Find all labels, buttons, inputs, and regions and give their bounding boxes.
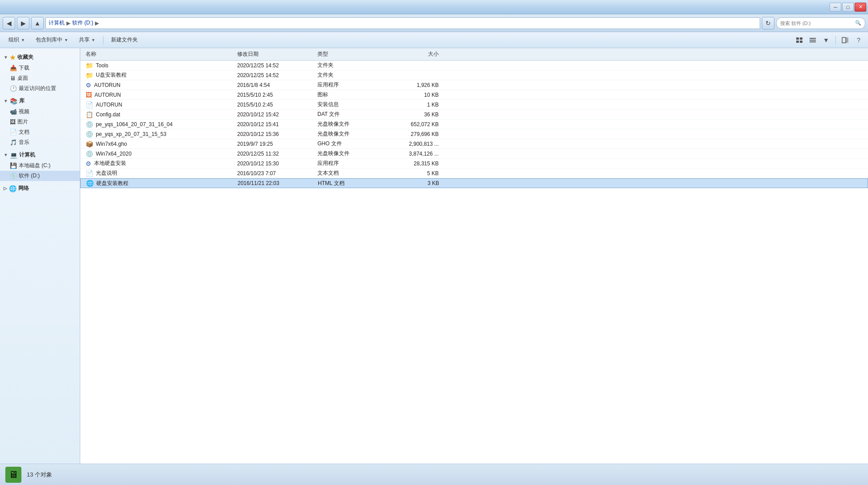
file-type-10: 应用程序: [316, 160, 387, 167]
include-library-button[interactable]: 包含到库中 ▼: [31, 34, 73, 46]
computer-header[interactable]: ▼ 💻 计算机: [0, 149, 80, 160]
file-icon-4: 📄: [86, 101, 93, 108]
library-header[interactable]: ▼ 📚 库: [0, 95, 80, 107]
network-arrow: ▷: [4, 186, 7, 191]
breadcrumb-computer[interactable]: 计算机: [49, 19, 65, 27]
file-name-5: 📋 Config.dat: [84, 111, 235, 118]
sidebar-item-recent[interactable]: 🕐 最近访问的位置: [0, 83, 80, 94]
table-row[interactable]: 📄 AUTORUN 2015/5/10 2:45 安装信息 1 KB: [80, 100, 868, 110]
svg-rect-2: [796, 41, 799, 43]
sidebar-item-desktop[interactable]: 🖥 桌面: [0, 73, 80, 83]
sidebar-item-music[interactable]: 🎵 音乐: [0, 137, 80, 148]
share-label: 共享: [79, 36, 90, 44]
breadcrumb-drive[interactable]: 软件 (D:): [72, 19, 93, 27]
sidebar-item-videos[interactable]: 📹 视频: [0, 107, 80, 117]
statusbar-icon: 🖥: [5, 467, 21, 483]
library-arrow: ▼: [4, 99, 8, 103]
file-icon-7: 💿: [86, 131, 93, 138]
table-row[interactable]: ⚙ 本地硬盘安装 2020/10/12 15:30 应用程序 28,315 KB: [80, 159, 868, 169]
favorites-arrow: ▼: [4, 55, 8, 60]
view-dropdown-button[interactable]: ▼: [820, 34, 832, 46]
table-row[interactable]: 🖼 AUTORUN 2015/5/10 2:45 图标 10 KB: [80, 90, 868, 100]
file-icon-5: 📋: [86, 111, 93, 118]
table-row[interactable]: 💿 pe_yqs_xp_20_07_31_15_53 2020/10/12 15…: [80, 129, 868, 139]
share-caret: ▼: [91, 38, 95, 42]
file-date-2: 2016/1/8 4:54: [235, 82, 316, 88]
help-button[interactable]: ?: [853, 34, 864, 46]
file-size-5: 36 KB: [387, 111, 440, 118]
minimize-button[interactable]: ─: [830, 3, 841, 12]
toolbar: 组织 ▼ 包含到库中 ▼ 共享 ▼ 新建文件夹 ▼: [0, 32, 868, 48]
table-row[interactable]: 💿 pe_yqs_1064_20_07_31_16_04 2020/10/12 …: [80, 119, 868, 129]
file-icon-10: ⚙: [86, 160, 91, 167]
organize-label: 组织: [8, 36, 19, 44]
search-input[interactable]: [780, 21, 855, 26]
sidebar-item-downloads[interactable]: 📥 下载: [0, 63, 80, 73]
file-type-4: 安装信息: [316, 101, 387, 108]
table-row[interactable]: 📁 Tools 2020/12/25 14:52 文件夹: [80, 61, 868, 70]
file-size-7: 279,696 KB: [387, 131, 440, 137]
refresh-button[interactable]: ↻: [762, 17, 774, 29]
network-icon: 🌐: [9, 185, 16, 192]
network-header[interactable]: ▷ 🌐 网络: [0, 183, 80, 194]
toolbar-separator: [103, 36, 103, 45]
share-button[interactable]: 共享 ▼: [74, 34, 100, 46]
table-row[interactable]: 🌐 硬盘安装教程 2016/11/21 22:03 HTML 文档 3 KB: [80, 178, 868, 188]
file-type-5: DAT 文件: [316, 111, 387, 118]
table-row[interactable]: 💿 Win7x64_2020 2020/12/25 11:32 光盘映像文件 3…: [80, 149, 868, 159]
table-row[interactable]: 📋 Config.dat 2020/10/12 15:42 DAT 文件 36 …: [80, 110, 868, 119]
titlebar: ─ □ ✕: [0, 0, 868, 14]
col-header-type[interactable]: 类型: [316, 50, 387, 58]
sidebar-item-software-d[interactable]: 💿 软件 (D:): [0, 171, 80, 181]
file-icon-8: 📦: [86, 140, 93, 148]
library-section: ▼ 📚 库 📹 视频 🖼 图片 📄 文档 🎵 音乐: [0, 95, 80, 148]
column-headers: 名称 修改日期 类型 大小: [80, 48, 868, 61]
table-row[interactable]: 📄 光盘说明 2016/10/23 7:07 文本文档 5 KB: [80, 169, 868, 178]
local-c-label: 本地磁盘 (C:): [19, 162, 50, 169]
view-toggle-button[interactable]: [794, 34, 805, 46]
file-type-2: 应用程序: [316, 81, 387, 89]
music-label: 音乐: [19, 139, 29, 146]
table-row[interactable]: ⚙ AUTORUN 2016/1/8 4:54 应用程序 1,926 KB: [80, 80, 868, 90]
close-button[interactable]: ✕: [855, 3, 866, 12]
svg-rect-0: [796, 37, 799, 40]
new-folder-button[interactable]: 新建文件夹: [106, 34, 143, 46]
table-row[interactable]: 📁 U盘安装教程 2020/12/25 14:52 文件夹: [80, 70, 868, 80]
svg-rect-5: [810, 40, 816, 41]
breadcrumb[interactable]: 计算机 ▶ 软件 (D:) ▶: [45, 17, 760, 29]
svg-rect-8: [846, 37, 848, 43]
details-view-button[interactable]: [807, 34, 819, 46]
recent-icon: 🕐: [10, 85, 17, 92]
network-label: 网络: [18, 185, 29, 192]
favorites-header[interactable]: ▼ ★ 收藏夹: [0, 52, 80, 63]
pictures-icon: 🖼: [10, 119, 16, 125]
sidebar-item-documents[interactable]: 📄 文档: [0, 127, 80, 137]
sidebar-item-pictures[interactable]: 🖼 图片: [0, 117, 80, 127]
file-type-11: 文本文档: [316, 169, 387, 177]
include-caret: ▼: [64, 38, 68, 42]
col-header-name[interactable]: 名称: [84, 50, 235, 58]
file-date-7: 2020/10/12 15:36: [235, 131, 316, 137]
preview-pane-button[interactable]: [839, 34, 851, 46]
documents-icon: 📄: [10, 129, 17, 136]
file-name-1: 📁 U盘安装教程: [84, 71, 235, 79]
maximize-button[interactable]: □: [842, 3, 854, 12]
file-date-9: 2020/12/25 11:32: [235, 151, 316, 157]
search-bar[interactable]: 🔍: [776, 17, 865, 29]
svg-rect-1: [800, 37, 802, 40]
organize-button[interactable]: 组织 ▼: [4, 34, 30, 46]
col-header-modified[interactable]: 修改日期: [235, 50, 316, 58]
file-icon-6: 💿: [86, 121, 93, 128]
file-icon-0: 📁: [86, 62, 93, 69]
library-label: 库: [19, 97, 25, 105]
file-date-0: 2020/12/25 14:52: [235, 62, 316, 69]
forward-button[interactable]: ▶: [17, 17, 29, 29]
col-header-size[interactable]: 大小: [387, 50, 440, 58]
up-button[interactable]: ▲: [31, 17, 44, 29]
software-d-label: 软件 (D:): [19, 172, 40, 180]
back-button[interactable]: ◀: [3, 17, 15, 29]
sidebar-item-local-c[interactable]: 💾 本地磁盘 (C:): [0, 160, 80, 171]
drive-c-icon: 💾: [10, 162, 17, 169]
file-size-11: 5 KB: [387, 170, 440, 177]
table-row[interactable]: 📦 Win7x64.gho 2019/9/7 19:25 GHO 文件 2,90…: [80, 139, 868, 149]
